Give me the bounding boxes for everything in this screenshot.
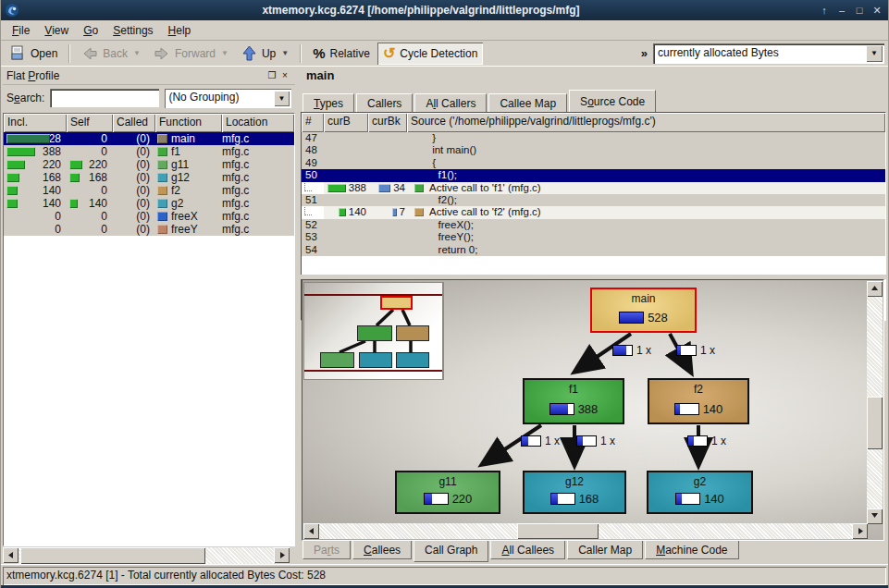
scrollbar-thumb[interactable] <box>517 523 599 539</box>
tab-all-callers[interactable]: All Callers <box>414 93 487 112</box>
up-dropdown-icon[interactable]: ▼ <box>281 49 289 57</box>
table-row-main[interactable]: 5280(0)mainmfg.c <box>4 132 294 145</box>
relative-button[interactable]: % Relative <box>307 43 376 65</box>
dock-float-icon[interactable]: ❐ <box>265 70 278 80</box>
table-row-f1[interactable]: 3880(0)f1mfg.c <box>4 145 294 158</box>
source-line-47[interactable]: 47 } <box>302 132 885 144</box>
open-button[interactable]: Open <box>5 43 63 65</box>
forward-dropdown-icon[interactable]: ▼ <box>221 49 228 57</box>
node-label: f1 <box>525 383 623 396</box>
table-row-freeX[interactable]: 00(0)freeXmfg.c <box>4 210 294 223</box>
scroll-up-icon[interactable] <box>867 281 883 297</box>
graph-node-f1[interactable]: f1388 <box>523 378 624 424</box>
node-cost: 388 <box>525 402 623 416</box>
source-line-49[interactable]: 49 { <box>302 157 885 169</box>
source-line-54[interactable]: 54 return 0; <box>302 244 885 256</box>
call-color-swatch <box>414 184 424 192</box>
tab-source-code[interactable]: Source Code <box>569 90 656 112</box>
column-header-self[interactable]: Self <box>67 114 113 132</box>
source-column-header-3[interactable]: Source ('/home/philippe/valgrind/littlep… <box>407 113 885 132</box>
graph-overview-minimap[interactable] <box>303 282 444 380</box>
back-button[interactable]: Back ▼ <box>76 43 146 65</box>
graph-node-f2[interactable]: f2140 <box>648 378 749 424</box>
maximize-button[interactable]: □ <box>852 4 867 18</box>
bottom-tab-call-graph[interactable]: Call Graph <box>414 541 488 562</box>
table-row-g2[interactable]: 140140(0)g2mfg.c <box>4 197 294 210</box>
tab-types[interactable]: Types <box>303 93 354 112</box>
table-row-g12[interactable]: 168168(0)g12mfg.c <box>4 171 294 184</box>
bottom-tab-machine-code[interactable]: Machine Code <box>645 541 738 559</box>
graph-node-main[interactable]: main528 <box>590 288 697 333</box>
scroll-right-icon[interactable] <box>852 523 868 539</box>
minimize-button[interactable]: – <box>834 4 849 18</box>
bottom-tab-callees[interactable]: Callees <box>352 541 412 559</box>
bottom-tab-all-callees[interactable]: All Callees <box>490 541 565 559</box>
scroll-left-icon[interactable] <box>303 523 319 539</box>
function-color-swatch <box>157 147 167 156</box>
source-call-row[interactable]: 38834Active call to 'f1' (mfg.c) <box>302 182 885 194</box>
scrollbar-track[interactable] <box>19 547 274 564</box>
node-label: f2 <box>649 383 747 396</box>
cycle-detection-button[interactable]: ↺ Cycle Detection <box>377 43 483 65</box>
table-row-f2[interactable]: 1400(0)f2mfg.c <box>4 184 294 197</box>
source-line-48[interactable]: 48 int main() <box>302 144 885 156</box>
source-call-row[interactable]: 1407Active call to 'f2' (mfg.c) <box>302 206 885 218</box>
scroll-right-icon[interactable] <box>274 547 290 563</box>
source-line-52[interactable]: 52 freeX(); <box>302 219 885 231</box>
flat-profile-hscrollbar[interactable] <box>3 547 290 564</box>
scroll-left-icon[interactable] <box>3 547 19 563</box>
source-line-51[interactable]: 51 f2(); <box>302 194 885 206</box>
search-row: Search: (No Grouping) ▼ <box>3 85 295 111</box>
up-icon <box>241 45 257 61</box>
column-header-location[interactable]: Location <box>222 114 294 132</box>
source-line-53[interactable]: 53 freeY(); <box>302 231 885 243</box>
graph-hscrollbar[interactable] <box>303 523 868 539</box>
graph-vscrollbar[interactable] <box>867 281 883 524</box>
line-number: 47 <box>302 132 324 144</box>
close-button[interactable]: ✕ <box>870 4 884 18</box>
scrollbar-track[interactable] <box>867 297 883 508</box>
column-header-incl[interactable]: Incl. <box>4 114 67 132</box>
source-line-50[interactable]: 50 f1(); <box>302 169 885 181</box>
menu-item-help[interactable]: Help <box>161 22 199 39</box>
scrollbar-thumb[interactable] <box>20 547 205 564</box>
line-number: 53 <box>302 231 324 243</box>
event-type-combo[interactable]: currently allocated Bytes ▼ <box>653 43 884 64</box>
graph-node-g11[interactable]: g11220 <box>395 471 500 514</box>
table-row-freeY[interactable]: 00(0)freeYmfg.c <box>4 223 294 236</box>
line-number: 52 <box>302 219 324 231</box>
forward-button[interactable]: Forward ▼ <box>148 43 234 65</box>
tree-branch <box>302 206 324 218</box>
call-graph-panel[interactable]: main528f1388f2140g11220g12168g2140 1 x1 … <box>302 279 884 541</box>
function-color-swatch <box>157 225 167 234</box>
grouping-arrow-icon[interactable]: ▼ <box>274 91 290 106</box>
source-column-header-1[interactable]: curB <box>324 113 368 132</box>
graph-node-g12[interactable]: g12168 <box>523 471 626 514</box>
search-input[interactable] <box>50 89 159 107</box>
back-dropdown-icon[interactable]: ▼ <box>133 49 141 57</box>
dock-close-icon[interactable]: × <box>278 70 291 80</box>
menu-item-settings[interactable]: Settings <box>105 22 160 39</box>
source-column-header-0[interactable]: # <box>302 113 324 132</box>
bottom-tab-caller-map[interactable]: Caller Map <box>567 541 643 559</box>
column-header-function[interactable]: Function <box>155 114 222 132</box>
scrollbar-track[interactable] <box>319 523 852 539</box>
combo-arrow-icon[interactable]: ▼ <box>866 45 883 62</box>
up-button[interactable]: Up ▼ <box>236 43 294 65</box>
tab-callee-map[interactable]: Callee Map <box>488 93 567 112</box>
scroll-down-icon[interactable] <box>867 508 883 524</box>
minimap-node-1 <box>357 325 392 341</box>
menu-item-go[interactable]: Go <box>76 22 105 39</box>
graph-node-g2[interactable]: g2140 <box>647 471 753 514</box>
column-header-called[interactable]: Called <box>113 114 155 132</box>
tab-callers[interactable]: Callers <box>356 93 413 112</box>
code-cell: return 0; <box>407 244 885 256</box>
grouping-combo[interactable]: (No Grouping) ▼ <box>165 89 291 108</box>
menu-item-file[interactable]: File <box>5 22 37 39</box>
keep-above-button[interactable]: ↑ <box>817 4 832 18</box>
menu-item-view[interactable]: View <box>37 22 76 39</box>
scrollbar-thumb[interactable] <box>867 397 883 449</box>
source-column-header-2[interactable]: curBk <box>368 113 407 132</box>
table-row-g11[interactable]: 220220(0)g11mfg.c <box>4 158 294 171</box>
toolbar-overflow-chevron[interactable]: » <box>637 46 651 60</box>
